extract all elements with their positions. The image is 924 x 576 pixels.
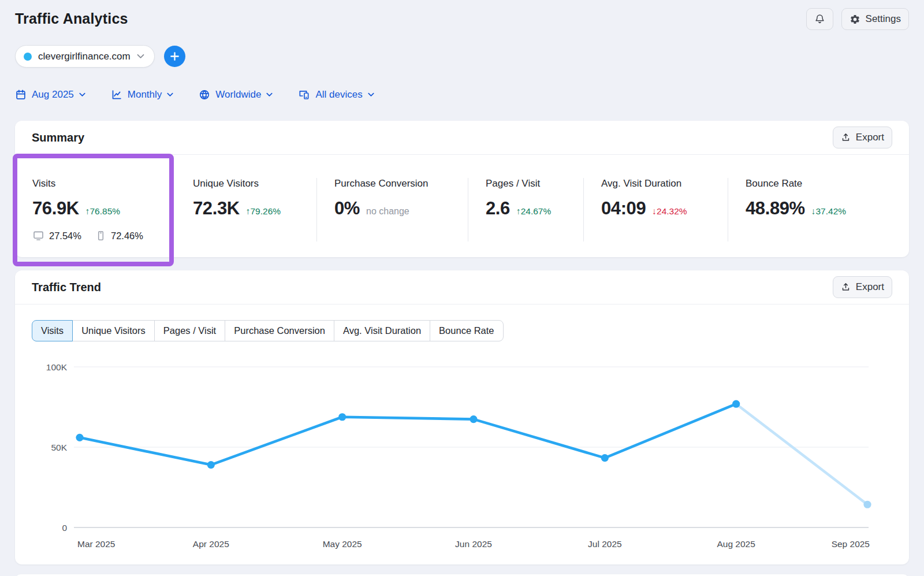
settings-button-label: Settings [866,13,901,25]
metric-change: ↓24.32% [652,206,687,217]
filter-device[interactable]: All devices [298,89,374,101]
y-axis-label: 100K [46,362,68,372]
data-point-aug-2025[interactable] [732,400,740,408]
add-domain-button[interactable] [164,46,185,67]
metric-label: Visits [32,178,164,189]
tab-avg-visit-duration[interactable]: Avg. Visit Duration [334,320,430,341]
metric-value: 04:09 [601,198,646,219]
page-title: Traffic Analytics [15,8,128,27]
export-icon [841,282,851,292]
tab-pages-visit[interactable]: Pages / Visit [154,320,225,341]
metric-value: 0% [334,198,360,219]
metric-label: Pages / Visit [486,178,572,189]
summary-export-button[interactable]: Export [833,127,892,148]
metric-change: no change [366,206,409,217]
summary-card: Summary Export Visits 76.9K ↑76.85% [15,121,909,257]
tab-bounce-rate[interactable]: Bounce Rate [430,320,503,341]
traffic-trend-title: Traffic Trend [32,281,101,294]
traffic-trend-card: Traffic Trend Export VisitsUnique Visito… [15,270,909,564]
metric-change: ↑76.85% [85,206,120,217]
metric-value: 72.3K [193,198,240,219]
x-axis-label: Jun 2025 [455,539,492,549]
y-axis-label: 0 [62,523,67,533]
data-point-jun-2025[interactable] [470,415,477,423]
x-axis-label: Sep 2025 [832,539,870,549]
calendar-icon [15,89,27,101]
top-bar: Traffic Analytics Settings [15,8,909,30]
filter-location[interactable]: Worldwide [199,89,273,101]
summary-card-header: Summary Export [15,121,909,155]
filter-granularity[interactable]: Monthly [111,89,174,101]
summary-export-label: Export [856,132,884,143]
tab-visits[interactable]: Visits [32,320,73,341]
estimated-segment [736,404,867,504]
bell-icon [814,13,825,25]
metric-change: ↑24.67% [516,206,551,217]
metric-bounce-rate: Bounce Rate 48.89% ↓37.42% [728,178,909,241]
y-axis-label: 50K [51,443,67,452]
domain-color-dot [24,53,32,61]
chevron-down-icon [137,54,144,59]
summary-title: Summary [32,131,84,144]
x-axis-label: Mar 2025 [77,539,115,549]
data-point-may-2025[interactable] [338,413,346,421]
metric-change: ↓37.42% [811,206,846,217]
desktop-icon [32,230,44,241]
traffic-trend-line-chart: 050K100KMar 2025Apr 2025May 2025Jun 2025… [32,351,873,554]
filter-bar: Aug 2025 Monthly Worldwide All devices [15,89,909,101]
export-icon [841,132,851,143]
data-point-sep-2025[interactable] [863,501,871,508]
desktop-share: 27.54% [49,231,81,241]
metric-visits: Visits 76.9K ↑76.85% 27.54% 72 [15,178,176,241]
data-point-jul-2025[interactable] [601,454,609,462]
traffic-trend-card-header: Traffic Trend Export [15,270,909,304]
gear-icon [850,14,860,25]
metric-value: 2.6 [486,198,510,219]
metric-unique-visitors: Unique Visitors 72.3K ↑79.26% [176,178,316,241]
data-point-apr-2025[interactable] [207,461,215,469]
metric-label: Avg. Visit Duration [601,178,716,189]
domain-selector[interactable]: clevergirlfinance.com [15,45,155,68]
metric-label: Purchase Conversion [334,178,456,189]
x-axis-label: May 2025 [323,539,362,549]
mobile-share: 72.46% [111,231,143,241]
metric-pages-visit: Pages / Visit 2.6 ↑24.67% [468,178,583,241]
x-axis-label: Apr 2025 [193,539,229,549]
traffic-trend-export-label: Export [856,281,884,293]
summary-metrics-row: Visits 76.9K ↑76.85% 27.54% 72 [15,155,909,261]
visits-line-series [80,404,736,464]
metric-purchase-conversion: Purchase Conversion 0% no change [316,178,468,241]
settings-button[interactable]: Settings [841,8,909,30]
metric-change: ↑79.26% [246,206,281,217]
trend-icon [111,89,122,101]
mobile-icon [95,230,106,241]
globe-icon [199,89,210,101]
tab-unique-visitors[interactable]: Unique Visitors [72,320,155,341]
x-axis-label: Jul 2025 [588,539,622,549]
topbar-actions: Settings [806,8,909,30]
metric-tabs: VisitsUnique VisitorsPages / VisitPurcha… [32,320,504,341]
traffic-analytics-page: Traffic Analytics Settings [0,0,924,576]
metric-label: Unique Visitors [193,178,305,189]
traffic-trend-chart-area: 050K100KMar 2025Apr 2025May 2025Jun 2025… [15,341,909,560]
notifications-button[interactable] [806,8,833,30]
plus-icon [170,51,180,61]
metric-label: Bounce Rate [746,178,897,189]
metric-value: 48.89% [746,198,805,219]
domain-name: clevergirlfinance.com [38,51,131,62]
metric-value: 76.9K [32,198,79,219]
filter-date-range[interactable]: Aug 2025 [15,89,85,101]
traffic-trend-export-button[interactable]: Export [833,276,892,298]
devices-icon [298,89,310,101]
metric-avg-visit-duration: Avg. Visit Duration 04:09 ↓24.32% [583,178,728,241]
x-axis-label: Aug 2025 [717,539,755,549]
data-point-mar-2025[interactable] [76,434,83,441]
tab-purchase-conversion[interactable]: Purchase Conversion [225,320,334,341]
device-split: 27.54% 72.46% [32,230,164,241]
domain-row: clevergirlfinance.com [15,45,909,68]
